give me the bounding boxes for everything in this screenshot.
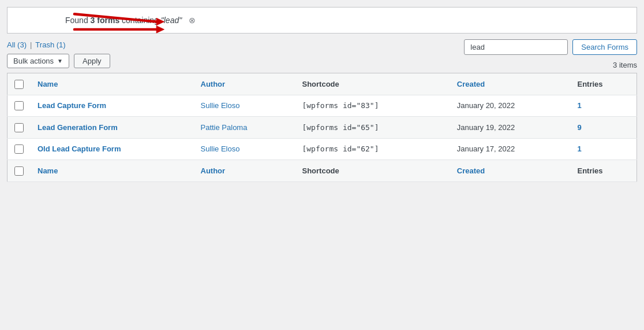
row-checkbox[interactable] [14,101,24,110]
row-check-cell [8,95,31,117]
bulk-actions-label: Bulk actions [13,57,54,65]
toolbar-right: Search Forms 3 items [464,39,637,69]
row-name-cell: Lead Generation Form [31,117,194,139]
row-entries-cell: 1 [570,95,636,117]
row-check-cell [8,138,31,160]
table-row: Lead Generation Form Pattie Paloma [wpfo… [8,117,637,139]
footer-col-shortcode: Shortcode [295,160,450,182]
search-row: Search Forms [464,39,637,55]
items-count: 3 items [613,61,637,69]
entries-link[interactable]: 1 [577,144,581,153]
footer-col-entries: Entries [570,160,636,182]
search-result-banner: Found 3 forms containing "lead" ⊗ [0,7,644,34]
table-header: Name Author Shortcode Created Entries [8,73,637,95]
row-name-cell: Old Lead Capture Form [31,138,194,160]
filter-links: All (3) | Trash (1) [7,40,110,49]
row-author-cell: Sullie Eloso [194,138,295,160]
table-footer: Name Author Shortcode Created Entries [8,160,637,182]
bulk-actions-dropdown[interactable]: Bulk actions ▼ [7,54,69,68]
banner-middle: containing [119,16,161,25]
col-header-entries: Entries [570,73,636,95]
chevron-down-icon: ▼ [57,58,63,64]
toolbar-left: All (3) | Trash (1) Bulk actions ▼ Apply [7,40,110,68]
select-all-checkbox[interactable] [14,80,24,89]
row-shortcode-cell: [wpforms id="62"] [295,138,450,160]
row-check-cell [8,117,31,139]
forms-table: Name Author Shortcode Created Entries Le… [7,73,637,182]
clear-search-button[interactable]: ⊗ [189,16,196,25]
author-link[interactable]: Sullie Eloso [201,101,240,110]
filter-separator: | [30,40,32,49]
banner-prefix: Found [65,16,91,25]
col-header-name[interactable]: Name [31,73,194,95]
apply-button[interactable]: Apply [74,54,110,68]
row-entries-cell: 1 [570,138,636,160]
footer-col-created[interactable]: Created [450,160,571,182]
col-header-created[interactable]: Created [450,73,571,95]
col-header-author[interactable]: Author [194,73,295,95]
footer-col-name[interactable]: Name [31,160,194,182]
row-shortcode-cell: [wpforms id="65"] [295,117,450,139]
footer-select-all-cell [8,160,31,182]
row-author-cell: Pattie Paloma [194,117,295,139]
select-all-cell [8,73,31,95]
form-name-link[interactable]: Lead Generation Form [38,123,118,132]
form-name-link[interactable]: Old Lead Capture Form [38,144,121,153]
row-created-cell: January 19, 2022 [450,117,571,139]
table-body: Lead Capture Form Sullie Eloso [wpforms … [8,95,637,160]
row-entries-cell: 9 [570,117,636,139]
bulk-actions-row: Bulk actions ▼ Apply [7,54,110,68]
table-row: Lead Capture Form Sullie Eloso [wpforms … [8,95,637,117]
row-checkbox[interactable] [14,144,24,154]
toolbar: All (3) | Trash (1) Bulk actions ▼ Apply [0,34,644,73]
banner-bold: 3 forms [91,16,120,25]
row-created-cell: January 17, 2022 [450,138,571,160]
col-header-shortcode: Shortcode [295,73,450,95]
search-input[interactable] [464,39,568,55]
banner-query: "lead" [161,16,182,25]
author-link[interactable]: Pattie Paloma [201,123,248,132]
table-footer-row: Name Author Shortcode Created Entries [8,160,637,182]
search-result-banner-content: Found 3 forms containing "lead" ⊗ [7,7,637,34]
page-wrapper: Found 3 forms containing "lead" ⊗ All (3… [0,0,644,330]
row-name-cell: Lead Capture Form [31,95,194,117]
row-checkbox[interactable] [14,123,24,132]
table-header-row: Name Author Shortcode Created Entries [8,73,637,95]
row-author-cell: Sullie Eloso [194,95,295,117]
form-name-link[interactable]: Lead Capture Form [38,101,106,110]
table-row: Old Lead Capture Form Sullie Eloso [wpfo… [8,138,637,160]
search-forms-button[interactable]: Search Forms [572,39,637,55]
filter-trash-link[interactable]: Trash (1) [35,40,65,49]
entries-link[interactable]: 9 [577,123,581,132]
row-shortcode-cell: [wpforms id="83"] [295,95,450,117]
row-created-cell: January 20, 2022 [450,95,571,117]
filter-all-link[interactable]: All (3) [7,40,27,49]
author-link[interactable]: Sullie Eloso [201,144,240,153]
footer-select-all-checkbox[interactable] [14,166,24,176]
banner-text: Found 3 forms containing "lead" ⊗ [65,16,196,25]
footer-col-author[interactable]: Author [194,160,295,182]
entries-link[interactable]: 1 [577,101,581,110]
